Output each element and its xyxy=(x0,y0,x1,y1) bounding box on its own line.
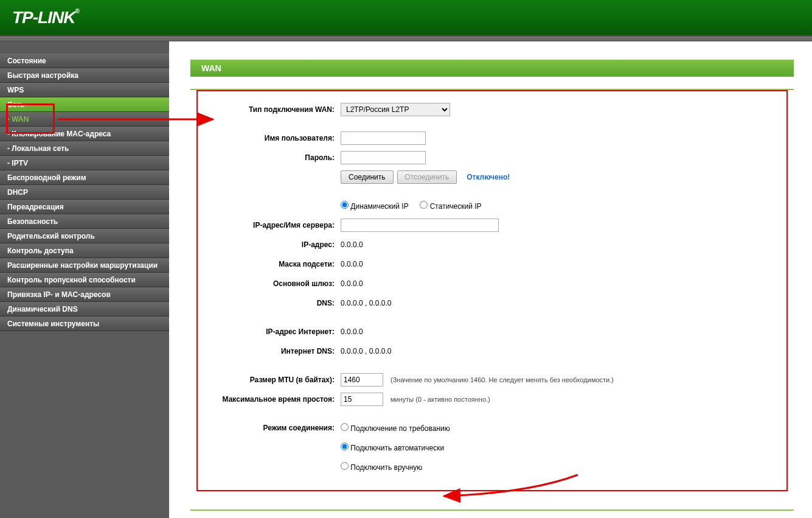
conn-mode-label: Режим соединения: xyxy=(204,424,341,432)
sidebar-item-16[interactable]: Привязка IP- и MAC-адресов xyxy=(0,287,169,302)
inet-ip-label: IP-адрес Интернет: xyxy=(204,327,341,336)
conn-mode-manual-radio[interactable] xyxy=(341,462,349,470)
inet-dns-label: Интернет DNS: xyxy=(204,347,341,355)
server-input[interactable] xyxy=(341,219,499,232)
ip-value: 0.0.0.0 xyxy=(341,240,363,249)
conn-mode-auto-label[interactable]: Подключить автоматически xyxy=(341,443,444,452)
idle-hint: минуты (0 - активно постоянно.) xyxy=(390,396,490,403)
ip-mode-dynamic-label[interactable]: Динамический IP xyxy=(341,201,409,211)
dns-value: 0.0.0.0 , 0.0.0.0 xyxy=(341,299,391,307)
sidebar-item-10[interactable]: Переадресация xyxy=(0,200,169,214)
ip-label: IP-адрес: xyxy=(204,240,341,249)
sidebar-item-11[interactable]: Безопасность xyxy=(0,214,169,229)
conn-mode-ondemand-label[interactable]: Подключение по требованию xyxy=(341,423,450,433)
sidebar-item-13[interactable]: Контроль доступа xyxy=(0,243,169,258)
connect-button[interactable]: Соединить xyxy=(341,170,394,184)
mask-label: Маска подсети: xyxy=(204,260,341,268)
sidebar-item-14[interactable]: Расширенные настройки маршрутизации xyxy=(0,258,169,273)
bottom-divider xyxy=(190,509,794,511)
password-input[interactable] xyxy=(341,151,426,164)
conn-mode-manual-label[interactable]: Подключить вручную xyxy=(341,462,422,472)
sidebar-item-8[interactable]: Беспроводной режим xyxy=(0,170,169,185)
inet-dns-value: 0.0.0.0 , 0.0.0.0 xyxy=(341,347,391,355)
ip-mode-static-radio[interactable] xyxy=(420,201,428,209)
ip-mode-static-label[interactable]: Статический IP xyxy=(420,201,481,211)
sidebar-item-2[interactable]: WPS xyxy=(0,83,169,97)
sidebar-item-1[interactable]: Быстрая настройка xyxy=(0,68,169,83)
sidebar-item-12[interactable]: Родительский контроль xyxy=(0,229,169,243)
sidebar-item-15[interactable]: Контроль пропускной способности xyxy=(0,273,169,287)
brand-logo: TP-LINK® xyxy=(12,8,79,27)
wan-type-label: Тип подключения WAN: xyxy=(204,105,341,114)
gateway-value: 0.0.0.0 xyxy=(341,279,363,288)
idle-label: Максимальное время простоя: xyxy=(204,395,341,404)
header-divider xyxy=(0,37,812,41)
conn-mode-auto-radio[interactable] xyxy=(341,443,349,450)
conn-mode-ondemand-radio[interactable] xyxy=(341,423,349,431)
page-title: WAN xyxy=(190,60,794,77)
sidebar-item-9[interactable]: DHCP xyxy=(0,185,169,200)
password-label: Пароль: xyxy=(204,153,341,162)
sidebar-item-18[interactable]: Системные инструменты xyxy=(0,317,169,331)
header: TP-LINK® xyxy=(0,0,812,37)
sidebar-item-4[interactable]: - WAN xyxy=(0,112,169,127)
inet-ip-value: 0.0.0.0 xyxy=(341,327,363,336)
sidebar: СостояниеБыстрая настройкаWPSСеть- WAN- … xyxy=(0,41,169,518)
main-content: WAN Тип подключения WAN: L2TP/Россия L2T… xyxy=(169,41,812,518)
mtu-input[interactable] xyxy=(341,373,383,387)
sidebar-item-7[interactable]: - IPTV xyxy=(0,156,169,170)
mtu-label: Размер MTU (в байтах): xyxy=(204,376,341,384)
ip-mode-dynamic-radio[interactable] xyxy=(341,201,349,209)
server-label: IP-адрес/Имя сервера: xyxy=(204,221,341,229)
username-input[interactable] xyxy=(341,131,426,145)
mask-value: 0.0.0.0 xyxy=(341,260,363,268)
username-label: Имя пользователя: xyxy=(204,134,341,142)
disconnect-button[interactable]: Отсоединить xyxy=(397,170,457,184)
sidebar-item-5[interactable]: - Клонирование MAC-адреса xyxy=(0,127,169,141)
sidebar-item-17[interactable]: Динамический DNS xyxy=(0,302,169,317)
gateway-label: Основной шлюз: xyxy=(204,279,341,288)
mtu-hint: (Значение по умолчанию 1460. Не следует … xyxy=(390,376,614,383)
dns-label: DNS: xyxy=(204,299,341,307)
sidebar-item-6[interactable]: - Локальная сеть xyxy=(0,141,169,156)
wan-type-select[interactable]: L2TP/Россия L2TP xyxy=(341,103,450,116)
sidebar-item-3[interactable]: Сеть xyxy=(0,97,169,112)
idle-input[interactable] xyxy=(341,393,383,406)
connection-status: Отключено! xyxy=(467,173,510,181)
sidebar-item-0[interactable]: Состояние xyxy=(0,54,169,68)
form-area: Тип подключения WAN: L2TP/Россия L2TP Им… xyxy=(196,90,788,491)
